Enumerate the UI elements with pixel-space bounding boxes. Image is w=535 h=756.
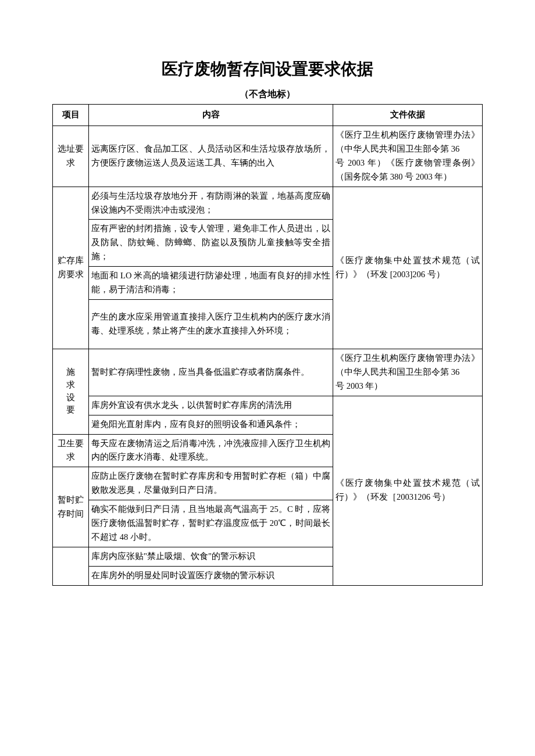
table-header-row: 项目 内容 文件依据 [53,105,483,126]
cell-basis: 《医疗卫生机构医疗废物管理办法》（中华人民共和国卫生部令第 36 号 2003 … [333,126,483,187]
cell-basis: 《医疗废物集中处置技术规范（试行）》（环发 [2003]206 号） [333,187,483,349]
row-label-empty [53,547,89,585]
table-row: 贮存库房要求 必须与生活垃圾存放地分开，有防雨淋的装置，地基高度应确保设施内不受… [53,187,483,220]
table-row: 库房外宜设有供水龙头，以供暂时贮存库房的清洗用 《医疗废物集中处置技术规范（试行… [53,396,483,415]
header-content: 内容 [89,105,333,126]
cell-content: 库房内应张贴"禁止吸烟、饮食"的警示标识 [89,547,333,566]
page-subtitle: （不含地标） [52,88,483,101]
cell-content: 远离医疗区、食品加工区、人员活动区和生活垃圾存放场所，方便医疗废物运送人员及运送… [89,126,333,187]
cell-content: 每天应在废物清运之后消毒冲洗，冲洗液应排入医疗卫生机构内的医疗废水消毒、处理系统… [89,434,333,467]
cell-content: 产生的废水应采用管道直接排入医疗卫生机构内的医疗废水消毒、处理系统，禁止将产生的… [89,300,333,349]
row-label: 暂时贮存时间 [53,467,89,547]
cell-content: 库房外宜设有供水龙头，以供暂时贮存库房的清洗用 [89,396,333,415]
cell-content: 确实不能做到日产日清，且当地最高气温高于 25。C 时，应将医疗废物低温暂时贮存… [89,500,333,547]
cell-basis: 《医疗废物集中处置技术规范（试行）》（环发［20031206 号） [333,396,483,585]
row-label: 卫生要求 [53,434,89,467]
cell-content: 地面和 LO 米高的墙裙须进行防渗处理，地面有良好的排水性能，易于清洁和消毒； [89,267,333,300]
requirements-table: 项目 内容 文件依据 选址要求 远离医疗区、食品加工区、人员活动区和生活垃圾存放… [52,104,483,586]
header-project: 项目 [53,105,89,126]
row-label: 选址要求 [53,126,89,187]
cell-content: 在库房外的明显处同时设置医疗废物的警示标识 [89,566,333,585]
table-row: 选址要求 远离医疗区、食品加工区、人员活动区和生活垃圾存放场所，方便医疗废物运送… [53,126,483,187]
cell-content: 应防止医疗废物在暂时贮存库房和专用暂时贮存柜（箱）中腐败散发恶臭，尽量做到日产日… [89,467,333,500]
page-title: 医疗废物暂存间设置要求依据 [52,58,483,80]
cell-basis: 《医疗卫生机构医疗废物管理办法》（中华人民共和国卫生部令第 36 号 2003 … [333,349,483,396]
cell-content: 避免阳光直射库内，应有良好的照明设备和通风条件； [89,415,333,434]
row-label-vertical: 施求设要 [53,349,89,434]
row-label: 贮存库房要求 [53,187,89,349]
header-basis: 文件依据 [333,105,483,126]
cell-content: 必须与生活垃圾存放地分开，有防雨淋的装置，地基高度应确保设施内不受雨洪冲击或浸泡… [89,187,333,220]
cell-content: 应有严密的封闭措施，设专人管理，避免非工作人员进出，以及防鼠、防蚊蝇、防蟑螂、防… [89,220,333,267]
cell-content: 暂时贮存病理性废物，应当具备低温贮存或者防腐条件。 [89,349,333,396]
table-row: 施求设要 暂时贮存病理性废物，应当具备低温贮存或者防腐条件。 《医疗卫生机构医疗… [53,349,483,396]
